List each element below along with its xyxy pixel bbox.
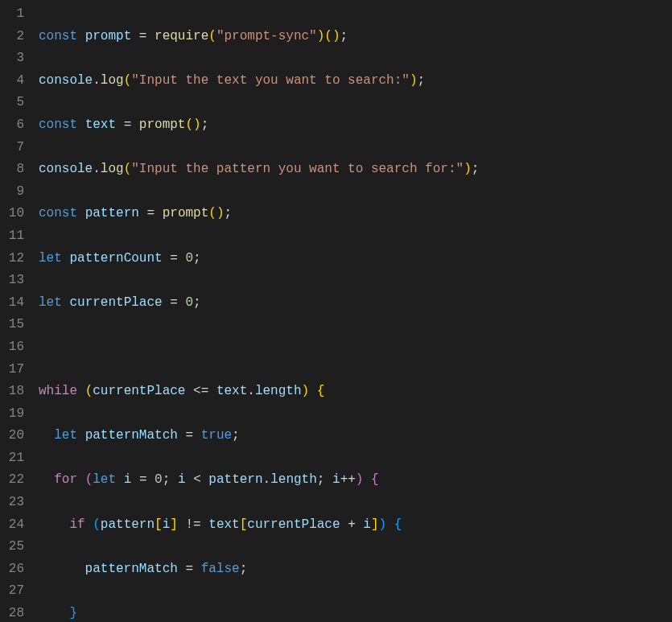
- code-line[interactable]: const text = prompt();: [39, 114, 672, 137]
- line-number: 2: [0, 26, 24, 48]
- code-line[interactable]: for (let i = 0; i < pattern.length; i++)…: [39, 469, 672, 492]
- line-number: 13: [0, 270, 24, 292]
- line-number: 1: [0, 3, 24, 26]
- line-number: 14: [0, 292, 24, 315]
- line-number: 10: [0, 203, 24, 225]
- code-line[interactable]: const prompt = require("prompt-sync")();: [39, 26, 672, 48]
- code-line[interactable]: }: [39, 603, 672, 622]
- line-number: 3: [0, 47, 24, 70]
- code-line[interactable]: if (pattern[i] != text[currentPlace + i]…: [39, 514, 672, 537]
- line-number: 15: [0, 314, 24, 336]
- code-line[interactable]: let currentPlace = 0;: [39, 292, 672, 315]
- line-number: 22: [0, 469, 24, 492]
- line-number: 12: [0, 248, 24, 270]
- code-line[interactable]: let patternCount = 0;: [39, 248, 672, 270]
- line-number: 9: [0, 181, 24, 204]
- line-number: 17: [0, 359, 24, 381]
- code-editor: 1 2 3 4 5 6 7 8 9 10 11 12 13 14 15 16 1…: [0, 0, 672, 622]
- line-number: 16: [0, 336, 24, 359]
- code-line[interactable]: patternMatch = false;: [39, 558, 672, 581]
- line-number: 28: [0, 603, 24, 622]
- code-area[interactable]: const prompt = require("prompt-sync")();…: [39, 3, 672, 622]
- line-number: 23: [0, 492, 24, 514]
- line-number: 26: [0, 558, 24, 581]
- line-number: 5: [0, 92, 24, 114]
- line-number: 11: [0, 225, 24, 248]
- line-number: 4: [0, 70, 24, 93]
- line-number: 24: [0, 514, 24, 537]
- code-line[interactable]: const pattern = prompt();: [39, 203, 672, 225]
- code-line[interactable]: console.log("Input the pattern you want …: [39, 159, 672, 181]
- code-line[interactable]: while (currentPlace <= text.length) {: [39, 381, 672, 403]
- code-line[interactable]: let patternMatch = true;: [39, 425, 672, 447]
- line-number: 25: [0, 536, 24, 558]
- line-number: 18: [0, 381, 24, 403]
- line-number: 19: [0, 403, 24, 426]
- line-number: 6: [0, 114, 24, 137]
- line-number: 21: [0, 447, 24, 470]
- line-number: 8: [0, 159, 24, 181]
- line-number: 27: [0, 580, 24, 603]
- line-number-gutter: 1 2 3 4 5 6 7 8 9 10 11 12 13 14 15 16 1…: [0, 3, 39, 622]
- line-number: 20: [0, 425, 24, 447]
- line-number: 7: [0, 137, 24, 159]
- code-line[interactable]: console.log("Input the text you want to …: [39, 70, 672, 93]
- code-line[interactable]: [39, 336, 672, 359]
